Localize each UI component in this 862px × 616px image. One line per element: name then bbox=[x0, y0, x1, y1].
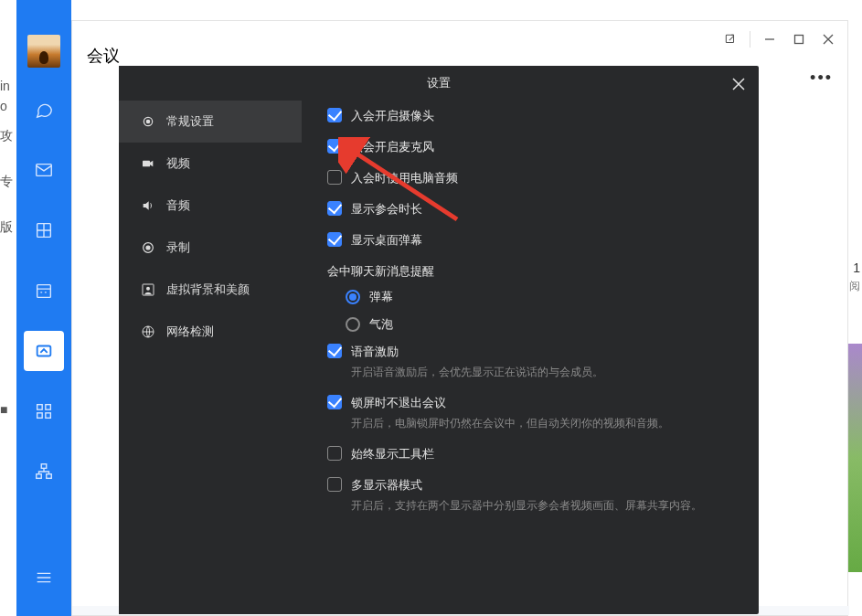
option-label: 多显示器模式 bbox=[351, 477, 702, 494]
sidebar-item-label: 网络检测 bbox=[166, 324, 214, 340]
app-left-rail bbox=[16, 0, 71, 616]
settings-sidebar: 常规设置 视频 音频 录制 虚拟背景和美颜 网络检测 bbox=[119, 66, 302, 614]
option-label: 入会时使用电脑音频 bbox=[351, 170, 458, 186]
svg-rect-0 bbox=[37, 165, 52, 176]
checkbox[interactable] bbox=[327, 170, 342, 185]
apps-icon[interactable] bbox=[24, 391, 64, 431]
menu-icon[interactable] bbox=[24, 558, 64, 598]
option-use-pc-audio[interactable]: 入会时使用电脑音频 bbox=[327, 170, 737, 186]
svg-rect-11 bbox=[726, 35, 733, 42]
option-open-mic[interactable]: 入会开启麦克风 bbox=[327, 139, 737, 155]
option-lock-no-exit[interactable]: 锁屏时不退出会议 开启后，电脑锁屏时仍然在会议中，但自动关闭你的视频和音频。 bbox=[327, 395, 737, 431]
window-controls bbox=[717, 27, 842, 52]
option-label: 语音激励 bbox=[351, 344, 603, 360]
option-label: 入会开启麦克风 bbox=[351, 139, 434, 155]
svg-rect-2 bbox=[37, 285, 51, 298]
option-always-toolbar[interactable]: 始终显示工具栏 bbox=[327, 446, 737, 462]
radio[interactable] bbox=[346, 317, 360, 332]
checkbox[interactable] bbox=[327, 108, 342, 122]
close-icon[interactable] bbox=[728, 73, 750, 95]
sidebar-item-label: 常规设置 bbox=[166, 113, 214, 130]
option-voice-boost[interactable]: 语音激励 开启语音激励后，会优先显示正在说话的与会成员。 bbox=[327, 344, 737, 380]
chat-notify-group: 弹幕 气泡 bbox=[346, 289, 737, 333]
mail-icon[interactable] bbox=[24, 150, 64, 190]
radio-label: 弹幕 bbox=[369, 289, 393, 305]
sidebar-item-label: 虚拟背景和美颜 bbox=[166, 281, 250, 298]
minimize-button[interactable] bbox=[756, 27, 783, 52]
sidebar-item-label: 录制 bbox=[166, 239, 190, 256]
background-right-strip: 1 阅 bbox=[848, 0, 862, 616]
meeting-icon[interactable] bbox=[24, 331, 64, 371]
chat-icon[interactable] bbox=[24, 90, 64, 130]
svg-point-17 bbox=[146, 246, 150, 250]
option-show-duration[interactable]: 显示参会时长 bbox=[327, 201, 737, 218]
sidebar-item-label: 视频 bbox=[166, 155, 190, 172]
option-open-camera[interactable]: 入会开启摄像头 bbox=[327, 108, 737, 124]
background-partial-text: in o 攻 专 版 ■ bbox=[0, 0, 18, 616]
svg-rect-8 bbox=[41, 464, 47, 469]
radio-danmu[interactable]: 弹幕 bbox=[346, 289, 737, 305]
svg-rect-3 bbox=[37, 346, 51, 356]
sidebar-item-label: 音频 bbox=[166, 197, 190, 214]
svg-rect-9 bbox=[37, 474, 42, 479]
calendar-icon[interactable] bbox=[24, 271, 64, 311]
option-desc: 开启语音激励后，会优先显示正在说话的与会成员。 bbox=[351, 364, 603, 380]
checkbox[interactable] bbox=[327, 446, 342, 461]
org-icon[interactable] bbox=[24, 451, 64, 492]
checkbox[interactable] bbox=[327, 232, 342, 247]
chat-notify-title: 会中聊天新消息提醒 bbox=[327, 263, 737, 280]
radio[interactable] bbox=[346, 290, 360, 304]
svg-rect-10 bbox=[47, 474, 52, 479]
sidebar-item-virtual-bg[interactable]: 虚拟背景和美颜 bbox=[119, 269, 302, 311]
speaker-icon bbox=[141, 198, 155, 213]
option-multi-monitor[interactable]: 多显示器模式 开启后，支持在两个显示器中分别显示参会者视频画面、屏幕共享内容。 bbox=[327, 477, 737, 514]
option-show-danmu[interactable]: 显示桌面弹幕 bbox=[327, 232, 737, 249]
more-button[interactable]: ••• bbox=[810, 69, 833, 88]
checkbox[interactable] bbox=[327, 139, 342, 154]
sidebar-item-record[interactable]: 录制 bbox=[119, 227, 302, 269]
option-label: 始终显示工具栏 bbox=[351, 446, 434, 462]
svg-point-19 bbox=[146, 287, 150, 291]
checkbox[interactable] bbox=[327, 201, 342, 216]
option-desc: 开启后，支持在两个显示器中分别显示参会者视频画面、屏幕共享内容。 bbox=[351, 497, 702, 514]
svg-rect-6 bbox=[37, 413, 43, 419]
svg-rect-4 bbox=[37, 405, 43, 410]
open-external-icon[interactable] bbox=[717, 27, 744, 52]
maximize-button[interactable] bbox=[785, 27, 813, 52]
option-label: 显示桌面弹幕 bbox=[351, 232, 422, 249]
svg-rect-15 bbox=[143, 161, 150, 167]
svg-rect-12 bbox=[795, 36, 803, 44]
checkbox[interactable] bbox=[327, 344, 342, 358]
avatar[interactable] bbox=[27, 35, 60, 68]
checkbox[interactable] bbox=[327, 395, 342, 409]
option-label: 锁屏时不退出会议 bbox=[351, 395, 669, 411]
sidebar-item-general[interactable]: 常规设置 bbox=[119, 101, 302, 143]
page-title: 会议 bbox=[87, 45, 120, 67]
radio-bubble[interactable]: 气泡 bbox=[346, 316, 737, 333]
cube-icon[interactable] bbox=[24, 210, 64, 250]
record-icon bbox=[141, 240, 155, 255]
radio-label: 气泡 bbox=[369, 316, 393, 333]
settings-content: 入会开启摄像头 入会开启麦克风 入会时使用电脑音频 显示参会时长 显示桌面弹幕 … bbox=[302, 66, 759, 614]
modal-title: 设置 bbox=[119, 75, 759, 91]
option-label: 显示参会时长 bbox=[351, 201, 422, 218]
user-frame-icon bbox=[141, 282, 155, 297]
camera-icon bbox=[141, 156, 155, 171]
sidebar-item-audio[interactable]: 音频 bbox=[119, 185, 302, 227]
gear-icon bbox=[141, 114, 155, 129]
sidebar-item-video[interactable]: 视频 bbox=[119, 143, 302, 185]
settings-modal: 设置 常规设置 视频 音频 录制 虚拟背景和美颜 网络检测 bbox=[119, 66, 759, 614]
option-label: 入会开启摄像头 bbox=[351, 108, 434, 124]
close-button[interactable] bbox=[814, 27, 842, 52]
globe-icon bbox=[141, 324, 155, 339]
checkbox[interactable] bbox=[327, 477, 342, 492]
svg-rect-5 bbox=[46, 405, 51, 410]
option-desc: 开启后，电脑锁屏时仍然在会议中，但自动关闭你的视频和音频。 bbox=[351, 415, 669, 431]
sidebar-item-network[interactable]: 网络检测 bbox=[119, 311, 302, 353]
svg-point-14 bbox=[146, 120, 149, 122]
svg-rect-7 bbox=[46, 413, 51, 419]
